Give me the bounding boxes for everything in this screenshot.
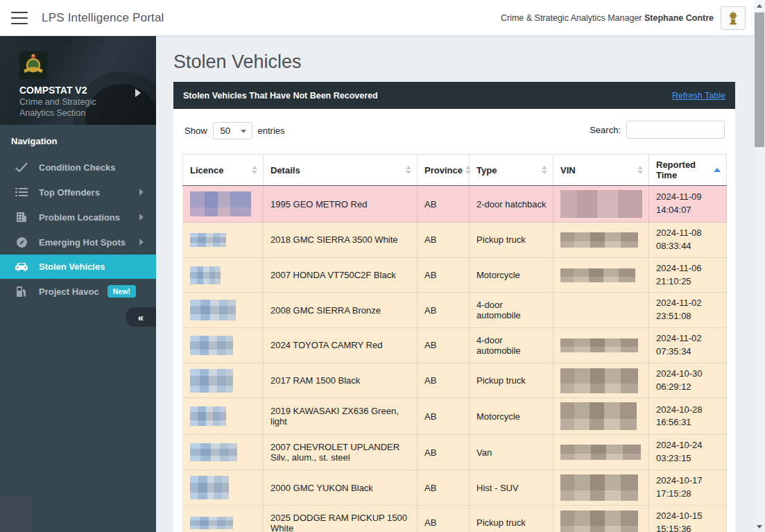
- sidebar: COMPSTAT V2 Crime and Strategic Analytic…: [0, 36, 156, 532]
- column-header-province[interactable]: Province: [418, 155, 470, 186]
- sort-icon: [637, 166, 643, 174]
- stolen-vehicles-table: LicenceDetailsProvinceTypeVINReported Ti…: [182, 154, 727, 532]
- vin-redaction: [560, 510, 638, 532]
- table-row: 2018 GMC SIERRA 3500 WhiteABPickup truck…: [183, 223, 727, 258]
- sidebar-item-label: Top Offenders: [39, 187, 100, 198]
- column-header-licence[interactable]: Licence: [183, 155, 264, 186]
- sidebar-item-stolen-vehicles[interactable]: Stolen Vehicles: [0, 255, 156, 279]
- province-cell: AB: [418, 435, 470, 470]
- sidebar-item-label: Emerging Hot Spots: [39, 237, 126, 248]
- navigation-heading: Navigation: [0, 125, 156, 155]
- chevron-right-icon: [139, 189, 144, 196]
- compass-icon: [14, 237, 29, 248]
- reported-date: 2024-11-09: [656, 191, 721, 204]
- details-cell: 2025 DODGE RAM PICKUP 1500 White: [264, 506, 418, 532]
- vin-cell: [553, 223, 649, 258]
- new-badge: New!: [108, 285, 136, 298]
- reported-time-cell: 2024-11-0621:10:25: [649, 257, 727, 293]
- reported-time-cell: 2024-10-1515:15:36: [649, 506, 727, 532]
- refresh-table-link[interactable]: Refresh Table: [672, 91, 725, 101]
- navigation-list: Condition ChecksTop OffendersProblem Loc…: [0, 155, 156, 304]
- entries-label: entries: [258, 126, 285, 136]
- reported-date: 2024-11-02: [656, 332, 721, 345]
- type-cell: Pickup truck: [470, 506, 553, 532]
- sidebar-item-top-offenders[interactable]: Top Offenders: [0, 180, 156, 205]
- licence-cell: [183, 328, 264, 363]
- reported-time: 06:29:12: [656, 381, 721, 394]
- page-size-select[interactable]: 50: [213, 122, 252, 139]
- licence-redaction: [190, 300, 236, 320]
- details-cell: 2019 KAWASAKI ZX636 Green, light: [264, 398, 418, 435]
- scroll-down-button[interactable]: [754, 521, 765, 532]
- crest-button[interactable]: [721, 6, 746, 30]
- vin-redaction: [560, 368, 638, 393]
- type-cell: Pickup truck: [470, 223, 553, 258]
- column-label: Province: [424, 165, 463, 175]
- table-row: 2019 KAWASAKI ZX636 Green, lightABMotorc…: [183, 398, 727, 435]
- table-row: 2000 GMC YUKON BlackABHist - SUV2024-10-…: [183, 470, 727, 506]
- licence-cell: [183, 186, 264, 223]
- search-label: Search:: [590, 125, 621, 135]
- brand-chevron-icon: [135, 89, 141, 97]
- crest-icon: [726, 10, 740, 26]
- type-cell: 2-door hatchback: [470, 186, 553, 223]
- details-cell: 2000 GMC YUKON Black: [264, 470, 418, 506]
- type-cell: Van: [470, 435, 553, 470]
- vin-cell: [553, 470, 649, 506]
- column-label: Licence: [190, 165, 223, 175]
- sidebar-item-problem-locations[interactable]: Problem Locations: [0, 205, 156, 230]
- reported-time-cell: 2024-11-0223:51:08: [649, 293, 727, 328]
- building-icon: [14, 212, 29, 223]
- scroll-up-button[interactable]: [754, 0, 765, 11]
- vin-cell: [553, 506, 649, 532]
- vin-redaction: [560, 445, 641, 460]
- column-header-vin[interactable]: VIN: [553, 155, 649, 186]
- sort-icon: [406, 166, 411, 174]
- panel-header: Stolen Vehicles That Have Not Been Recov…: [173, 82, 735, 109]
- hamburger-menu-icon[interactable]: [11, 12, 28, 24]
- type-cell: 4-door automobile: [470, 328, 553, 363]
- vin-redaction: [560, 268, 635, 282]
- vin-cell: [553, 328, 649, 363]
- sort-icon: [252, 166, 257, 174]
- details-cell: 1995 GEO METRO Red: [264, 186, 418, 223]
- column-header-reported-time[interactable]: Reported Time: [649, 155, 727, 186]
- top-bar: LPS Intelligence Portal Crime & Strategi…: [0, 0, 765, 36]
- sort-icon: [465, 166, 471, 174]
- sidebar-item-label: Problem Locations: [39, 212, 120, 223]
- sidebar-item-label: Condition Checks: [39, 162, 116, 173]
- vin-cell: [553, 257, 649, 293]
- sidebar-item-label: Stolen Vehicles: [39, 261, 105, 272]
- province-cell: AB: [418, 223, 470, 258]
- province-cell: AB: [418, 398, 470, 435]
- sidebar-item-condition-checks[interactable]: Condition Checks: [0, 155, 156, 180]
- sidebar-collapse-button[interactable]: «: [126, 307, 156, 327]
- column-header-details[interactable]: Details: [264, 155, 418, 186]
- car-icon: [14, 261, 29, 272]
- vin-redaction: [560, 338, 638, 352]
- sidebar-brand[interactable]: COMPSTAT V2 Crime and Strategic Analytic…: [0, 36, 156, 125]
- province-cell: AB: [418, 293, 470, 328]
- reported-date: 2024-10-15: [656, 510, 721, 523]
- page-title: Stolen Vehicles: [173, 51, 302, 73]
- sidebar-item-emerging-hot-spots[interactable]: Emerging Hot Spots: [0, 230, 156, 255]
- table-row: 2017 RAM 1500 BlackABPickup truck2024-10…: [183, 363, 727, 398]
- vin-cell: [553, 398, 649, 435]
- scrollbar-thumb[interactable]: [755, 12, 764, 147]
- sidebar-item-project-havoc[interactable]: Project HavocNew!: [0, 279, 156, 304]
- licence-cell: [183, 223, 264, 258]
- reported-time-cell: 2024-11-0914:04:07: [649, 186, 727, 223]
- licence-cell: [183, 293, 264, 328]
- vertical-scrollbar[interactable]: [754, 0, 765, 532]
- licence-cell: [183, 257, 264, 293]
- reported-date: 2024-10-30: [656, 368, 721, 381]
- reported-time-cell: 2024-10-2403:23:15: [649, 435, 727, 470]
- type-cell: 4-door automobile: [470, 293, 553, 328]
- sort-icon: [542, 166, 547, 174]
- chevron-right-icon: [139, 239, 144, 246]
- search-input[interactable]: [626, 121, 725, 139]
- licence-cell: [183, 506, 264, 532]
- chevron-right-icon: [139, 214, 144, 221]
- panel-title: Stolen Vehicles That Have Not Been Recov…: [183, 91, 378, 101]
- column-header-type[interactable]: Type: [470, 155, 553, 186]
